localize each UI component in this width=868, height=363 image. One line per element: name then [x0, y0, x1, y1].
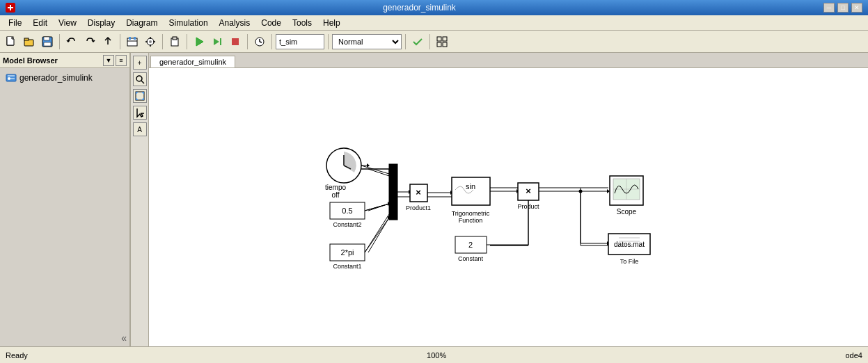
svg-text:tiempo: tiempo: [325, 184, 346, 191]
svg-text:Constant: Constant: [458, 255, 484, 262]
tab-bar: generador_simulink: [149, 53, 868, 68]
text-button[interactable]: A: [133, 122, 147, 136]
toolbar-sep-2: [120, 34, 120, 49]
stop-button[interactable]: [227, 33, 244, 50]
window-title: generador_simulink: [15, 3, 823, 13]
svg-point-90: [579, 190, 583, 193]
svg-line-55: [368, 169, 389, 176]
toolbar-sep-7: [328, 34, 329, 49]
fit-view-button[interactable]: [133, 89, 147, 103]
diagram-canvas[interactable]: tiempo off 0.5 Constant2: [149, 68, 868, 346]
toolbar: t_sim Normal: [0, 31, 868, 53]
config-button[interactable]: [142, 33, 159, 50]
status-ready: Ready: [6, 351, 28, 360]
menu-view[interactable]: View: [53, 17, 82, 29]
paste-button[interactable]: [166, 33, 183, 50]
zoom-fit-button[interactable]: [133, 72, 147, 86]
svg-rect-27: [437, 37, 441, 41]
sidebar-collapse-area: «: [0, 330, 129, 346]
svg-point-33: [8, 77, 10, 80]
svg-rect-29: [437, 42, 441, 47]
svg-line-63: [365, 204, 389, 211]
svg-rect-75: [452, 177, 490, 205]
menu-analysis[interactable]: Analysis: [214, 17, 256, 29]
svg-text:Function: Function: [459, 217, 483, 224]
svg-text:0.5: 0.5: [342, 207, 352, 215]
svg-text:datos.mat: datos.mat: [614, 241, 645, 248]
run-button[interactable]: [191, 33, 207, 50]
menu-simulation[interactable]: Simulation: [164, 17, 214, 29]
new-button[interactable]: [3, 33, 19, 50]
svg-rect-23: [232, 38, 239, 45]
check-button[interactable]: [409, 33, 426, 50]
svg-rect-19: [173, 37, 177, 40]
maximize-button[interactable]: □: [837, 3, 849, 13]
svg-rect-11: [134, 37, 136, 40]
svg-text:Product: Product: [517, 203, 539, 210]
undo-button[interactable]: [63, 33, 80, 50]
svg-text:Scope: Scope: [617, 208, 637, 216]
menu-edit[interactable]: Edit: [27, 17, 53, 29]
browser-options-button[interactable]: ≡: [116, 55, 127, 66]
menu-help[interactable]: Help: [317, 17, 346, 29]
diagram-tab[interactable]: generador_simulink: [150, 56, 235, 67]
svg-point-13: [149, 40, 152, 43]
svg-text:Constant1: Constant1: [333, 263, 361, 270]
svg-text:To File: To File: [620, 258, 639, 265]
toolbar-sep-5: [247, 34, 248, 49]
step-fwd-button[interactable]: [209, 33, 226, 50]
clock-icon[interactable]: [251, 33, 268, 50]
svg-rect-10: [129, 37, 131, 40]
svg-text:sin: sin: [466, 182, 475, 191]
tree-item-label: generador_simulink: [19, 73, 93, 83]
canvas-container: generador_simulink: [149, 53, 868, 346]
toolbar-sep-9: [429, 34, 430, 49]
up-button[interactable]: [100, 33, 116, 50]
toolbar-sep-6: [271, 34, 272, 49]
svg-rect-22: [220, 38, 221, 45]
save-button[interactable]: [39, 33, 56, 50]
svg-marker-20: [196, 38, 203, 46]
grid-button[interactable]: [434, 33, 450, 50]
minimize-button[interactable]: ─: [823, 3, 835, 13]
svg-text:2: 2: [468, 241, 473, 249]
svg-text:off: off: [332, 191, 340, 199]
tree-item-model[interactable]: generador_simulink: [3, 71, 127, 85]
svg-rect-1: [10, 5, 11, 10]
menu-file[interactable]: File: [3, 17, 27, 29]
svg-text:Constant2: Constant2: [333, 221, 361, 228]
menu-tools[interactable]: Tools: [287, 17, 317, 29]
browser-menu-button[interactable]: ▼: [103, 55, 114, 66]
sim-mode-select[interactable]: Normal: [332, 34, 402, 49]
arrow-button[interactable]: [133, 106, 147, 120]
toolbar-sep-1: [59, 34, 60, 49]
close-button[interactable]: ✕: [851, 3, 862, 13]
collapse-sidebar-button[interactable]: «: [121, 332, 127, 344]
redo-button[interactable]: [81, 33, 98, 50]
svg-rect-7: [44, 42, 51, 46]
menu-code[interactable]: Code: [255, 17, 287, 29]
menu-diagram[interactable]: Diagram: [120, 17, 163, 29]
svg-rect-54: [389, 164, 397, 220]
library-button[interactable]: [124, 33, 141, 50]
toolbar-sep-3: [162, 34, 163, 49]
svg-text:Trigonometric: Trigonometric: [452, 210, 490, 217]
svg-text:2*pi: 2*pi: [341, 248, 354, 257]
menu-display[interactable]: Display: [82, 17, 120, 29]
svg-text:×: ×: [526, 186, 531, 196]
status-solver: ode4: [846, 351, 862, 360]
toolbar-sep-4: [187, 34, 187, 49]
sidebar-tree: generador_simulink: [0, 68, 129, 88]
model-icon: [6, 72, 17, 83]
model-browser-header: Model Browser ▼ ≡: [0, 53, 129, 68]
model-browser-title: Model Browser: [3, 56, 58, 65]
svg-line-68: [365, 218, 389, 252]
model-browser-panel: Model Browser ▼ ≡ generador_simulink «: [0, 53, 131, 346]
open-button[interactable]: [21, 33, 38, 50]
svg-rect-30: [443, 42, 447, 47]
svg-marker-21: [214, 38, 219, 45]
tsim-input[interactable]: t_sim: [276, 34, 324, 49]
svg-line-26: [260, 42, 262, 42]
svg-line-103: [361, 166, 389, 174]
zoom-plus-button[interactable]: +: [133, 56, 147, 70]
